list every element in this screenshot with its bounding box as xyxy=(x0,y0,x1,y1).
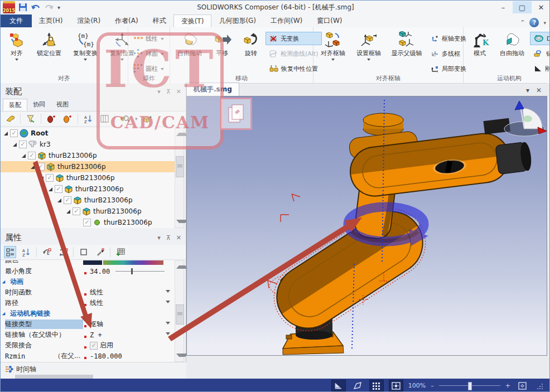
expander-icon[interactable] xyxy=(13,143,17,147)
doc-close-icon[interactable]: ✕ xyxy=(536,86,542,94)
copy-position-dropdown-icon[interactable] xyxy=(120,59,124,62)
app-icon[interactable]: 2015 xyxy=(3,1,15,13)
dropdown-icon[interactable] xyxy=(166,322,170,327)
grid-toggle-button[interactable] xyxy=(369,380,384,391)
paste-style-button[interactable] xyxy=(57,246,69,258)
section-expander-icon[interactable] xyxy=(2,312,6,316)
tree-row-level5[interactable]: ✓ thurB213006p xyxy=(1,183,175,195)
property-value[interactable]: 枢轴 xyxy=(90,320,166,329)
free-drag-button[interactable]: 自由拖动 xyxy=(172,29,208,59)
tab-style[interactable]: 样式 xyxy=(146,14,173,27)
tree-row-leaf[interactable]: ✓ thurB213006p xyxy=(1,217,175,228)
help-icon[interactable]: ? xyxy=(529,18,539,27)
close-button[interactable]: ✕ xyxy=(532,1,550,13)
expander-icon[interactable] xyxy=(4,132,8,135)
dropdown-icon[interactable] xyxy=(166,301,170,306)
copy-transform-dropdown-icon[interactable] xyxy=(84,59,87,62)
tab-transform[interactable]: 变换(T) xyxy=(173,14,212,27)
search-dropdown-icon[interactable]: ▾ xyxy=(135,116,138,122)
tree-row-kr3[interactable]: ✓ kr3 xyxy=(1,139,175,150)
copy-style-button[interactable]: E xyxy=(41,246,53,258)
expander-icon[interactable] xyxy=(49,187,52,191)
tree-row-root[interactable]: ✓ Root xyxy=(1,128,175,139)
add-red-actor-button[interactable] xyxy=(45,113,57,125)
explode-cylindrical-item[interactable]: 圆柱 xyxy=(130,62,168,75)
link-item[interactable]: 链接 xyxy=(530,47,550,60)
tab-geometry[interactable]: 几何图形(G) xyxy=(211,14,263,27)
expander-icon[interactable] xyxy=(57,199,61,202)
linear-dropdown-icon[interactable] xyxy=(161,38,164,42)
zoom-slider-handle[interactable] xyxy=(468,382,472,390)
tab-author[interactable]: 作者(A) xyxy=(108,14,146,27)
mode-button[interactable]: K 模式 xyxy=(465,29,494,59)
save-icon[interactable] xyxy=(18,3,27,12)
tree-row-level6[interactable]: ✓ thurB213006p xyxy=(1,195,175,206)
properties-scrollbar[interactable] xyxy=(175,260,184,362)
properties-collapse-icon[interactable]: ▾ xyxy=(157,234,161,241)
set-pivot-button[interactable]: 设置枢轴 xyxy=(351,29,387,64)
properties-pin-icon[interactable]: ⊼ xyxy=(166,234,171,241)
tab-views[interactable]: 视图 xyxy=(51,99,74,111)
collapse-ribbon-icon[interactable]: ⌃ xyxy=(520,19,525,26)
tree-row-level2[interactable]: ✓ K thurB213006p xyxy=(1,150,175,161)
minimize-button[interactable]: – xyxy=(494,1,513,13)
spherical-dropdown-icon[interactable] xyxy=(161,53,164,57)
visibility-checkbox[interactable]: ✓ xyxy=(37,163,45,171)
dof-item[interactable]: DOF xyxy=(530,32,550,45)
explode-linear-item[interactable]: 线性 xyxy=(130,32,168,45)
cylindrical-dropdown-icon[interactable] xyxy=(161,68,164,72)
lock-position-button[interactable]: 锁定位置 xyxy=(31,29,67,59)
kinematics-free-drag-button[interactable]: 自由拖动 xyxy=(494,29,530,59)
color-swatch[interactable] xyxy=(83,260,102,265)
property-row-link-axis[interactable]: 链接轴（在父级中） Z + xyxy=(1,330,175,340)
align-button[interactable]: 对齐 xyxy=(2,29,31,64)
property-value[interactable]: 线性 xyxy=(90,298,166,308)
resize-grip-icon[interactable] xyxy=(534,380,547,391)
tab-home[interactable]: 主页(H) xyxy=(32,14,70,27)
dropdown-icon[interactable] xyxy=(166,290,170,295)
visibility-checkbox[interactable]: ✓ xyxy=(10,129,18,137)
property-value[interactable]: 34.00 xyxy=(90,268,110,275)
assembly-collapse-icon[interactable]: ▾ xyxy=(157,88,161,95)
min-angle-slider[interactable] xyxy=(115,271,165,272)
align-dropdown-icon[interactable] xyxy=(15,59,18,62)
tab-workshop[interactable]: 工作间(W) xyxy=(263,14,310,27)
tab-render[interactable]: 渲染(R) xyxy=(70,14,108,27)
zoom-slider[interactable] xyxy=(439,385,500,386)
section-expander-icon[interactable] xyxy=(2,280,6,284)
tab-assembly[interactable]: 装配 xyxy=(3,99,27,111)
add-cube-button[interactable] xyxy=(142,113,154,125)
tree-row-selected[interactable]: ✓ K thurB213006p xyxy=(1,161,175,172)
property-row-rzmin[interactable]: Rzmin （在父... -180.000 xyxy=(1,351,175,361)
translate-button[interactable]: 平移 xyxy=(208,29,237,59)
undo-icon[interactable] xyxy=(31,3,41,11)
property-row-color[interactable]: 颜色 xyxy=(1,260,175,266)
fullscreen-button[interactable] xyxy=(515,380,529,391)
property-value[interactable]: -180.000 xyxy=(90,352,175,360)
sort-button[interactable]: AZ xyxy=(82,113,94,125)
dropdown-icon[interactable] xyxy=(166,332,170,337)
align-pivot-dropdown-icon[interactable] xyxy=(331,59,335,62)
property-row-limited-joint[interactable]: 受限接合 ✓ 启用 xyxy=(1,340,175,351)
visibility-checkbox[interactable]: ✓ xyxy=(64,196,71,204)
scrollbar-thumb[interactable] xyxy=(176,156,184,177)
property-value[interactable]: Z + xyxy=(90,331,166,339)
show-parent-axis-button[interactable]: 显示父级轴 xyxy=(387,29,427,59)
assembly-close-icon[interactable]: ✕ xyxy=(176,88,181,95)
add-orange-actor-button[interactable] xyxy=(61,113,74,125)
expander-icon[interactable] xyxy=(22,154,26,158)
enabled-checkbox[interactable]: ✓ xyxy=(90,342,98,350)
tree-row-level4[interactable]: ✓ thurB213006p xyxy=(1,172,175,183)
measure-tool-button[interactable] xyxy=(331,380,346,391)
maximize-button[interactable]: ▢ xyxy=(513,1,532,13)
property-value[interactable]: 启用 xyxy=(100,341,175,350)
add-property-button[interactable] xyxy=(114,246,127,258)
property-row-min-angle[interactable]: 最小角度 34.00 xyxy=(1,266,175,277)
expander-icon[interactable] xyxy=(31,165,35,169)
doc-tabs-chevron-icon[interactable]: ▾ xyxy=(526,86,529,94)
section-animation[interactable]: 动画 xyxy=(1,277,175,287)
scrollbar-thumb[interactable] xyxy=(176,304,184,325)
tree-row-level7[interactable]: ✓ thurB213006p xyxy=(1,206,175,217)
tab-collaboration[interactable]: 协同 xyxy=(27,99,51,111)
viewport-3d[interactable] xyxy=(186,96,547,356)
